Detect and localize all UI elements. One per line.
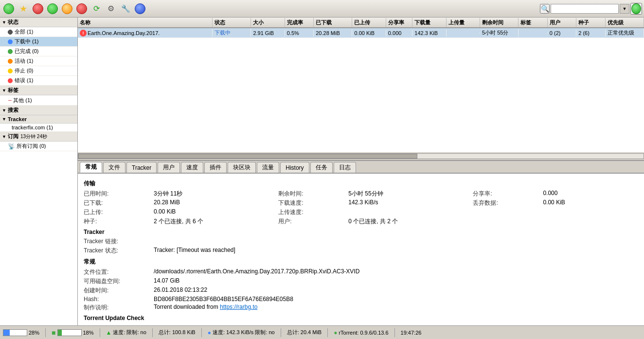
sidebar-search-header[interactable]: ▼ 搜索 (0, 106, 77, 115)
col-header-status[interactable]: 状态 (213, 18, 251, 27)
settings-button[interactable]: ⚙ (104, 2, 118, 16)
stopped-dot-icon (8, 69, 13, 73)
sidebar-tracker-item[interactable]: trackerfix.com (1) (0, 124, 77, 132)
sidebar-active-label: 活动 (1) (15, 57, 34, 65)
pause-button[interactable] (60, 2, 74, 16)
tab-files[interactable]: 文件 (103, 162, 125, 173)
table-row[interactable]: ! Earth.One.Amazing.Day.2017. 下载中 2.91 G… (78, 28, 644, 38)
tab-chunks[interactable]: 块区块 (228, 162, 256, 173)
progress2-label: 18% (83, 330, 94, 336)
dlspeed-label: 下载速度: (278, 199, 346, 207)
hash-label: Hash: (84, 296, 152, 303)
error-dot-icon (8, 78, 13, 83)
list-header: 名称 状态 大小 完成率 已下载 已上传 分享率 下载量 上传量 剩余时间 标签… (78, 18, 644, 28)
cell-eta: 5小时 55分 (480, 29, 519, 37)
detail-content: 传输 已用时间: 3分钟 11秒 剩余时间: 5小时 55分钟 分享率: 0.0… (78, 174, 644, 325)
sidebar-item-stopped[interactable]: 停止 (0) (0, 66, 77, 76)
search-icon-button[interactable]: 🔍 (540, 4, 550, 14)
col-header-user[interactable]: 用户 (548, 18, 576, 27)
tools-button[interactable]: 🔧 (119, 2, 132, 16)
tab-speed[interactable]: 速度 (181, 162, 203, 173)
tab-users[interactable]: 用户 (158, 162, 180, 173)
torrent-update-title: Torrent Update Check (84, 315, 638, 321)
search-dropdown[interactable]: ▼ (620, 4, 629, 14)
scrollbar-thumb[interactable] (78, 154, 417, 159)
sidebar-tracker-header[interactable]: ▼ Tracker (0, 115, 77, 124)
comment-value: Torrent downloaded from https://rarbg.to (154, 303, 638, 312)
sidebar-status-header[interactable]: ▼ 状态 (0, 18, 77, 27)
tab-general[interactable]: 常规 (80, 162, 102, 173)
sidebar-item-other[interactable]: − 其他 (1) (0, 95, 77, 106)
remove-button[interactable] (31, 2, 45, 16)
detail-tracker-grid: Tracker 链接: Tracker 状态: Tracker: [Timeou… (84, 237, 638, 255)
col-header-eta[interactable]: 剩余时间 (480, 18, 519, 27)
col-header-dlspeed[interactable]: 下载量 (412, 18, 446, 27)
help-button[interactable] (133, 2, 147, 16)
sidebar-item-all[interactable]: 全部 (1) (0, 27, 77, 37)
seeds-value: 2 个已连接, 共 6 个 (154, 217, 276, 226)
speed-value: 限制: no (126, 329, 146, 336)
tab-plugin-label: 插件 (210, 163, 221, 172)
sidebar-item-error[interactable]: 错误 (1) (0, 76, 77, 86)
cell-ulspeed (447, 33, 480, 34)
general-title: 常规 (84, 258, 638, 266)
rtorrent-label: rTorrent: 0.9.6/0.13.6 (339, 330, 388, 336)
sidebar-item-downloading[interactable]: 下载中 (1) (0, 37, 77, 47)
tab-history[interactable]: History (280, 162, 309, 173)
scrollbar-track[interactable] (78, 153, 644, 159)
tab-history-label: History (286, 164, 304, 171)
tab-traffic[interactable]: 流量 (257, 162, 279, 173)
cell-label (519, 33, 547, 34)
tracker-status-value: Tracker: [Timeout was reached] (154, 247, 638, 255)
start-button[interactable] (2, 2, 16, 16)
col-header-ratio[interactable]: 分享率 (386, 18, 413, 27)
tab-tasks[interactable]: 任务 (310, 162, 333, 173)
sidebar-item-active[interactable]: 活动 (1) (0, 56, 77, 66)
statusbar-rtorrent: ● rTorrent: 0.9.6/0.13.6 (334, 329, 388, 336)
statusbar-time: 19:47:26 (401, 330, 422, 336)
play-button[interactable] (46, 2, 59, 16)
statusbar-dl-speed: ● 速度: 142.3 KiB/s 限制: no (208, 329, 275, 336)
col-header-priority[interactable]: 优先级 (606, 18, 644, 27)
col-header-progress[interactable]: 完成率 (285, 18, 314, 27)
favorites-button[interactable]: ★ (17, 2, 30, 16)
col-header-label[interactable]: 标签 (519, 18, 547, 27)
add-torrent-button[interactable] (630, 3, 642, 15)
seeds-label: 种子: (84, 217, 152, 226)
arrow-icon: ▼ (2, 117, 6, 122)
sidebar-feed-all[interactable]: 📡 所有订阅 (0) (0, 142, 77, 151)
file-path-value: /downloads/.rtorrent/Earth.One.Amazing.D… (154, 268, 638, 276)
col-header-name[interactable]: 名称 (78, 18, 213, 27)
statusbar-divider2 (100, 328, 100, 337)
tabs-bar: 常规 文件 Tracker 用户 速度 插件 块区块 (78, 161, 644, 174)
users-label: 用户: (278, 217, 346, 226)
all-dot-icon (8, 30, 13, 35)
refresh-button[interactable]: ⟳ (89, 2, 103, 16)
sidebar-item-complete[interactable]: 已完成 (0) (0, 47, 77, 56)
comment-link[interactable]: https://rarbg.to (220, 303, 257, 310)
stop-button[interactable] (75, 2, 89, 16)
sidebar-other-label: 其他 (1) (13, 97, 32, 104)
sidebar-label-header[interactable]: ▼ 标签 (0, 86, 77, 95)
col-header-seeds[interactable]: 种子 (576, 18, 605, 27)
dl-limit-label: 限制: no (255, 329, 274, 336)
statusbar-divider7 (394, 328, 395, 337)
tab-tracker-label: Tracker (132, 164, 151, 171)
tab-files-label: 文件 (108, 163, 120, 172)
col-header-downloaded[interactable]: 已下载 (314, 18, 352, 27)
horizontal-scrollbar[interactable] (78, 152, 644, 160)
statusbar-divider6 (327, 328, 328, 337)
col-header-ulspeed[interactable]: 上传量 (447, 18, 480, 27)
search-input[interactable] (551, 4, 619, 14)
tab-plugin[interactable]: 插件 (204, 162, 227, 173)
tab-tracker[interactable]: Tracker (126, 162, 157, 173)
sidebar-feed-header[interactable]: ▼ 订阅 13分钟 24秒 (0, 132, 77, 142)
arrow-icon: ▼ (2, 20, 6, 25)
uploaded-value: 0.00 KiB (154, 208, 276, 216)
feed-section-label: 订阅 (8, 133, 18, 140)
tab-log[interactable]: 日志 (334, 162, 356, 173)
col-header-uploaded[interactable]: 已上传 (352, 18, 386, 27)
col-header-size[interactable]: 大小 (251, 18, 285, 27)
dl-speed-icon: ● (208, 329, 211, 336)
arrow-icon: ▼ (2, 108, 6, 113)
